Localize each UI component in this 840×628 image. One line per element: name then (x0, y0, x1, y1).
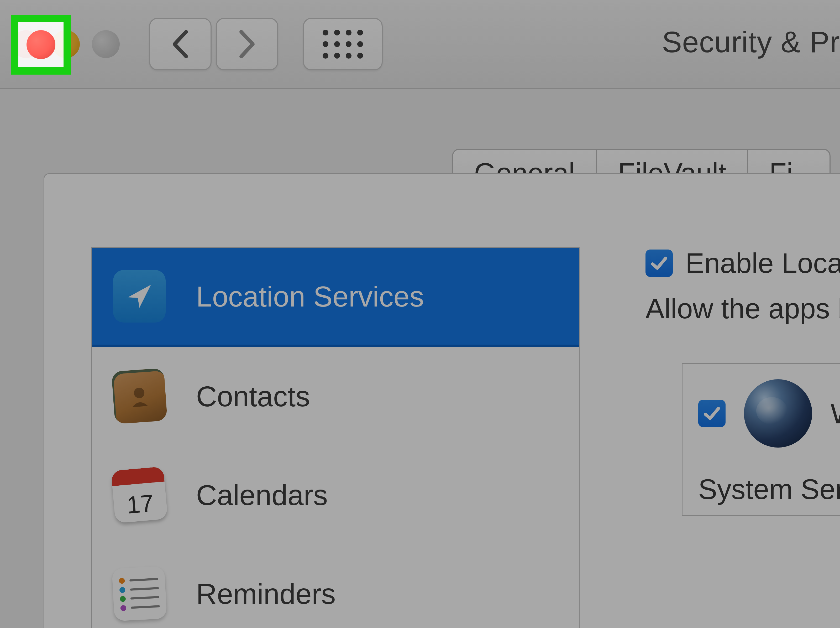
enable-location-services-checkbox[interactable] (646, 250, 673, 277)
sidebar-item-label: Location Services (196, 280, 424, 313)
window-title: Security & Pr (662, 25, 840, 59)
allow-apps-label: Allow the apps b (646, 292, 840, 325)
privacy-sidebar: Location Services Contacts 17 Calendars (92, 247, 579, 628)
zoom-window-button[interactable] (92, 30, 120, 58)
location-arrow-icon (113, 270, 166, 323)
app-checkbox[interactable] (698, 400, 726, 427)
contacts-icon (111, 368, 167, 424)
sidebar-item-label: Reminders (196, 577, 336, 611)
toolbar: Security & Pr (0, 0, 840, 89)
sidebar-item-label: Calendars (196, 478, 328, 512)
enable-location-services-label: Enable Loca (685, 247, 840, 280)
calendar-icon: 17 (111, 467, 168, 524)
chevron-right-icon (237, 30, 257, 59)
app-label: We (831, 397, 840, 430)
sidebar-item-reminders[interactable]: Reminders (92, 544, 579, 628)
checkmark-icon (702, 404, 722, 423)
weather-app-icon (744, 379, 812, 448)
forward-button[interactable] (216, 18, 278, 70)
sidebar-item-label: Contacts (196, 380, 310, 413)
sidebar-item-contacts[interactable]: Contacts (92, 347, 579, 446)
checkmark-icon (649, 253, 669, 273)
highlight-close-button (11, 15, 71, 74)
chevron-left-icon (171, 30, 190, 59)
allowed-apps-list: We System Serv (682, 363, 840, 516)
close-icon (27, 30, 55, 59)
system-services-heading: System Serv (682, 463, 840, 515)
nav-buttons (149, 18, 278, 70)
location-services-detail: Enable Loca Allow the apps b (646, 247, 840, 325)
calendar-day-label: 17 (113, 485, 168, 523)
show-all-prefs-button[interactable] (303, 18, 383, 70)
svg-point-0 (134, 388, 145, 399)
back-button[interactable] (149, 18, 212, 70)
grid-icon (323, 30, 363, 59)
sidebar-item-calendars[interactable]: 17 Calendars (92, 446, 579, 544)
reminders-icon (112, 566, 167, 621)
app-row: We (682, 364, 840, 463)
privacy-pane: Location Services Contacts 17 Calendars (44, 173, 840, 628)
sidebar-item-location-services[interactable]: Location Services (92, 248, 579, 347)
